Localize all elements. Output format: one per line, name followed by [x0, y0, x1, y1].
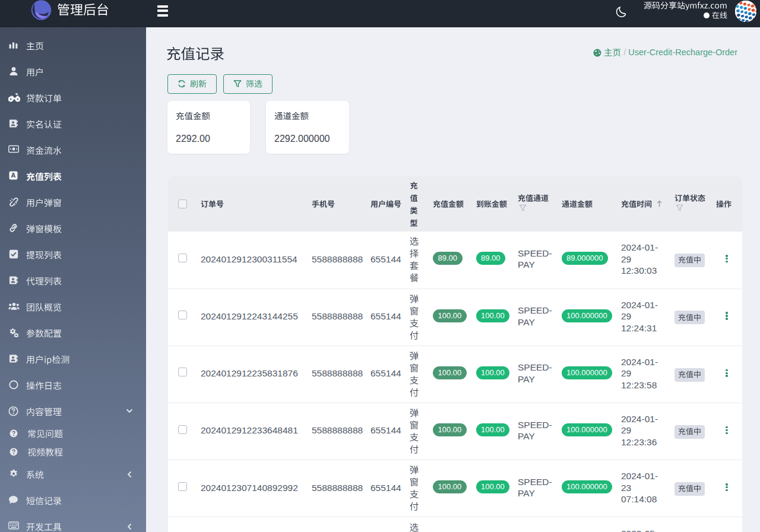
svg-text:A: A [11, 172, 16, 179]
